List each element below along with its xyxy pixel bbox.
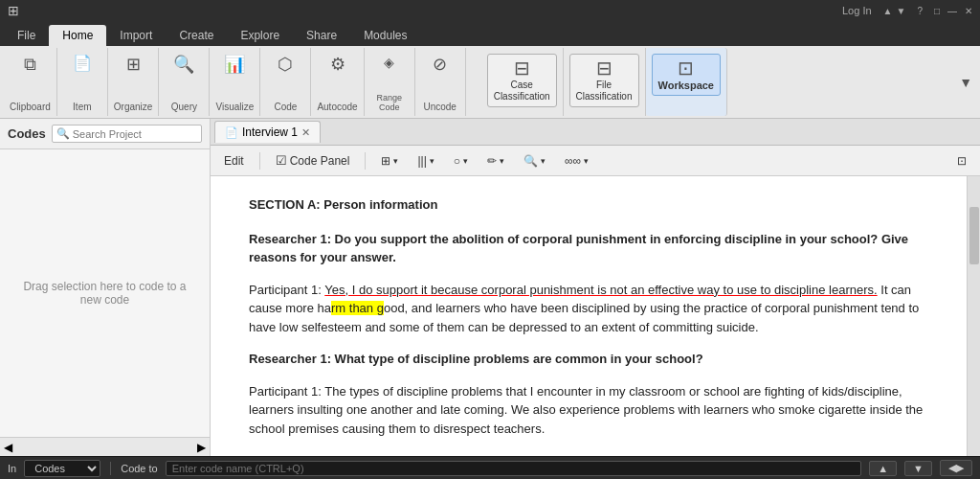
more-arrow: ▾ bbox=[584, 156, 589, 166]
doc-content-wrapper: SECTION A: Person information Researcher… bbox=[211, 176, 980, 456]
checkbox-icon: ☑ bbox=[276, 153, 287, 168]
view-arrow: ▾ bbox=[393, 156, 398, 166]
circle-arrow: ▾ bbox=[463, 156, 468, 166]
pen-button[interactable]: ✏ ▾ bbox=[481, 152, 510, 170]
edit-label: Edit bbox=[224, 154, 244, 168]
ribbon-group-file-classification: ⊟ FileClassification bbox=[564, 48, 646, 116]
left-panel: Codes 🔍 Drag selection here to code to a… bbox=[0, 119, 211, 456]
tab-create[interactable]: Create bbox=[166, 25, 227, 46]
view-icon: ⊞ bbox=[381, 154, 390, 168]
more-button[interactable]: ∞∞ ▾ bbox=[559, 152, 594, 170]
workspace-icon: ⊡ bbox=[678, 58, 694, 78]
panel-scroll-left[interactable]: ◀ bbox=[4, 441, 12, 454]
code-panel-button[interactable]: ☑ Code Panel bbox=[270, 151, 356, 170]
question-2: Researcher 1: What type of discipline pr… bbox=[249, 350, 928, 369]
code-label: Code bbox=[274, 102, 297, 114]
help-icon[interactable]: ? bbox=[917, 6, 923, 16]
status-nav-up-button[interactable]: ▲ bbox=[869, 461, 897, 476]
expand-button[interactable]: ⊡ bbox=[951, 152, 972, 170]
title-bar: ⊞ Log In ▲ ▼ ? □ — ✕ bbox=[0, 0, 980, 21]
doc-tab-label: Interview 1 bbox=[242, 125, 298, 139]
uncode-label: Uncode bbox=[423, 102, 456, 114]
doc-tab-interview1[interactable]: 📄 Interview 1 ✕ bbox=[214, 121, 321, 143]
doc-tab-icon: 📄 bbox=[225, 126, 238, 139]
status-codes-select[interactable]: Codes bbox=[24, 460, 100, 477]
clipboard-button[interactable]: ⧉ bbox=[11, 54, 49, 75]
status-action-button-1[interactable]: ◀▶ bbox=[940, 460, 972, 476]
rangecode-button[interactable]: ◈ bbox=[370, 54, 409, 71]
status-nav-down-button[interactable]: ▼ bbox=[904, 461, 932, 476]
ribbon-group-item: 📄 Item bbox=[57, 48, 108, 116]
tab-modules[interactable]: Modules bbox=[350, 25, 420, 46]
window-minimize-icon[interactable]: — bbox=[947, 6, 957, 16]
layout-button[interactable]: ||| ▾ bbox=[412, 152, 439, 170]
workspace-button[interactable]: ⊡ Workspace bbox=[652, 54, 722, 96]
ribbon-group-autocode: ⚙ Autocode bbox=[311, 48, 364, 116]
autocode-icon: ⚙ bbox=[330, 56, 345, 73]
search-box[interactable]: 🔍 bbox=[52, 125, 202, 143]
doc-scrollbar[interactable] bbox=[967, 176, 980, 456]
circle-icon: ○ bbox=[454, 154, 460, 168]
file-classification-icon: ⊟ bbox=[596, 58, 612, 78]
zoom-button[interactable]: 🔍 ▾ bbox=[518, 152, 551, 170]
ribbon-group-case-classification: ⊟ CaseClassification bbox=[481, 48, 564, 116]
clipboard-label: Clipboard bbox=[10, 102, 51, 114]
pen-arrow: ▾ bbox=[500, 156, 504, 166]
doc-tab-close[interactable]: ✕ bbox=[301, 126, 310, 139]
search-input[interactable] bbox=[73, 128, 197, 140]
uncode-button[interactable]: ⊘ bbox=[421, 54, 459, 75]
view-toggle-button[interactable]: ⊞ ▾ bbox=[375, 152, 404, 170]
case-classification-button[interactable]: ⊟ CaseClassification bbox=[487, 54, 557, 107]
tab-import[interactable]: Import bbox=[106, 25, 166, 46]
ribbon-scroll[interactable]: ▼ bbox=[955, 48, 976, 116]
nav-down-icon[interactable]: ▼ bbox=[896, 6, 905, 16]
organize-icon: ⊞ bbox=[126, 56, 141, 73]
panel-title: Codes bbox=[8, 126, 46, 141]
zoom-arrow: ▾ bbox=[541, 156, 546, 166]
status-bar: In Codes Code to ▲ ▼ ◀▶ bbox=[0, 456, 980, 479]
window-maximize-icon[interactable]: □ bbox=[934, 6, 940, 16]
doc-content[interactable]: SECTION A: Person information Researcher… bbox=[211, 176, 967, 456]
ribbon-group-code: ⬡ Code bbox=[260, 48, 311, 116]
login-button[interactable]: Log In bbox=[842, 5, 872, 16]
doc-toolbar: Edit ☑ Code Panel ⊞ ▾ ||| ▾ ○ ▾ ✏ ▾ bbox=[211, 146, 980, 176]
code-name-input[interactable] bbox=[166, 461, 862, 476]
ribbon-group-uncode: ⊘ Uncode bbox=[415, 48, 466, 116]
visualize-icon: 📊 bbox=[224, 56, 245, 73]
circle-button[interactable]: ○ ▾ bbox=[448, 152, 474, 170]
visualize-label: Visualize bbox=[215, 102, 254, 114]
tab-explore[interactable]: Explore bbox=[227, 25, 293, 46]
tab-file[interactable]: File bbox=[4, 25, 49, 46]
code-icon: ⬡ bbox=[278, 56, 293, 73]
question-3: Follow up question: it seems as if you e… bbox=[249, 451, 928, 456]
ribbon-scroll-icon[interactable]: ▼ bbox=[959, 75, 972, 90]
autocode-label: Autocode bbox=[317, 102, 357, 114]
ribbon-tabs: File Home Import Create Explore Share Mo… bbox=[0, 21, 980, 46]
question-1: Researcher 1: Do you support the aboliti… bbox=[249, 230, 928, 267]
title-bar-right: Log In ▲ ▼ ? □ — ✕ bbox=[842, 5, 972, 16]
search-icon: 🔍 bbox=[56, 127, 70, 140]
query-button[interactable]: 🔍 bbox=[165, 54, 203, 75]
nav-up-icon[interactable]: ▲ bbox=[883, 6, 893, 16]
uncode-icon: ⊘ bbox=[433, 56, 447, 73]
autocode-button[interactable]: ⚙ bbox=[319, 54, 357, 75]
item-button[interactable]: 📄 bbox=[63, 54, 101, 73]
title-bar-left: ⊞ bbox=[8, 3, 19, 18]
query-label: Query bbox=[171, 102, 197, 114]
paragraph-2: Participant 1: The types of discipline p… bbox=[249, 382, 928, 439]
edit-button[interactable]: Edit bbox=[218, 152, 250, 170]
paragraph-1: Participant 1: Yes, I do support it beca… bbox=[249, 281, 928, 337]
organize-label: Organize bbox=[114, 102, 153, 114]
organize-button[interactable]: ⊞ bbox=[114, 54, 152, 75]
tab-share[interactable]: Share bbox=[293, 25, 350, 46]
code-button[interactable]: ⬡ bbox=[266, 54, 304, 75]
file-classification-button[interactable]: ⊟ FileClassification bbox=[569, 54, 639, 107]
clipboard-icon: ⧉ bbox=[24, 56, 36, 73]
tab-home[interactable]: Home bbox=[49, 25, 106, 46]
toolbar-separator-2 bbox=[365, 152, 366, 170]
visualize-button[interactable]: 📊 bbox=[215, 54, 254, 75]
item-icon: 📄 bbox=[73, 56, 92, 71]
panel-scroll-right[interactable]: ▶ bbox=[197, 441, 206, 454]
scrollbar-thumb[interactable] bbox=[969, 207, 979, 264]
window-close-icon[interactable]: ✕ bbox=[965, 6, 972, 16]
